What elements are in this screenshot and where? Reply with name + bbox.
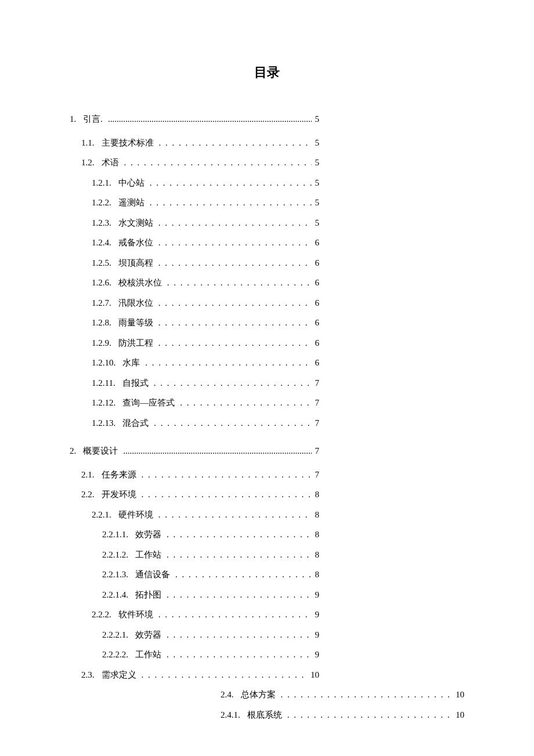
toc-entry: 2.2.2.软件环境9 bbox=[70, 605, 319, 625]
toc-entry-number: 1.2.6. bbox=[92, 273, 111, 293]
toc-leader-dots bbox=[180, 393, 311, 413]
toc-leader-dots bbox=[154, 413, 311, 433]
toc-entry-number: 2.2.1. bbox=[92, 505, 111, 525]
toc-entry-label: 工作站 bbox=[135, 645, 161, 665]
toc-entry-label: 主要技术标准 bbox=[102, 133, 154, 153]
toc-entry-label: 效劳器 bbox=[135, 525, 161, 545]
toc-entry-page: 8 bbox=[315, 545, 320, 565]
toc-entry-label: 汛限水位 bbox=[118, 293, 153, 313]
toc-entry-number: 1.2.3. bbox=[92, 213, 111, 233]
toc-entry: 1.2.术语5 bbox=[70, 153, 319, 173]
toc-entry-page: 6 bbox=[315, 233, 320, 253]
toc-entry-label: 总体方案 bbox=[241, 685, 276, 705]
toc-entry-page: 6 bbox=[315, 333, 320, 353]
toc-entry-number: 1. bbox=[70, 109, 76, 129]
toc-entry-page: 6 bbox=[315, 273, 320, 293]
toc-entry-label: 硬件环境 bbox=[118, 505, 153, 525]
toc-leader-dots bbox=[158, 333, 312, 353]
toc-entry: 2.4.1.根底系统10 bbox=[70, 705, 464, 725]
toc-entry: 2.2.2.2.工作站9 bbox=[70, 645, 319, 665]
toc-leader-dots bbox=[145, 353, 311, 373]
table-of-contents: 1.引言.51.1.主要技术标准51.2.术语51.2.1.中心站51.2.2.… bbox=[70, 109, 464, 725]
toc-entry: 2.概要设计7 bbox=[70, 441, 319, 461]
toc-entry-page: 6 bbox=[315, 293, 320, 313]
toc-entry-page: 10 bbox=[456, 705, 464, 725]
toc-entry-number: 1.2.13. bbox=[92, 413, 116, 433]
toc-entry-page: 9 bbox=[315, 645, 320, 665]
toc-entry-number: 2.2.1.3. bbox=[102, 565, 128, 585]
toc-leader-dots bbox=[108, 109, 312, 129]
toc-leader-dots bbox=[158, 605, 312, 625]
toc-entry-label: 混合式 bbox=[122, 413, 149, 433]
toc-entry-page: 7 bbox=[315, 373, 320, 393]
toc-leader-dots bbox=[167, 273, 312, 293]
toc-leader-dots bbox=[142, 465, 312, 485]
toc-leader-dots bbox=[158, 293, 312, 313]
toc-entry-number: 2.4.1. bbox=[221, 705, 240, 725]
toc-leader-dots bbox=[150, 193, 312, 213]
toc-entry: 1.2.7.汛限水位6 bbox=[70, 293, 319, 313]
toc-leader-dots bbox=[167, 585, 312, 605]
toc-entry-label: 术语 bbox=[102, 153, 119, 173]
toc-entry-label: 戒备水位 bbox=[118, 233, 153, 253]
toc-entry: 1.2.3.水文测站5 bbox=[70, 213, 319, 233]
toc-entry-number: 2.1. bbox=[81, 465, 95, 485]
toc-entry-number: 1.2.10. bbox=[92, 353, 116, 373]
toc-entry-number: 2.2.1.2. bbox=[102, 545, 128, 565]
toc-entry: 2.2.1.3.通信设备8 bbox=[70, 565, 319, 585]
toc-entry-page: 8 bbox=[315, 484, 320, 505]
toc-entry-page: 9 bbox=[315, 585, 320, 605]
toc-entry-number: 2.2.1.4. bbox=[102, 585, 128, 605]
toc-entry-page: 8 bbox=[315, 565, 320, 585]
toc-entry-page: 5 bbox=[315, 173, 320, 193]
toc-entry: 2.2.2.1.效劳器9 bbox=[70, 625, 319, 645]
toc-entry-page: 6 bbox=[315, 253, 320, 273]
toc-entry: 1.2.13.混合式7 bbox=[70, 413, 319, 433]
toc-entry: 1.2.11.自报式7 bbox=[70, 373, 319, 393]
toc-entry-label: 水文测站 bbox=[118, 213, 153, 233]
toc-entry-number: 1.2.11. bbox=[92, 373, 116, 393]
toc-entry-label: 中心站 bbox=[118, 173, 145, 193]
toc-entry-page: 10 bbox=[456, 685, 464, 705]
toc-entry-label: 水库 bbox=[122, 353, 140, 373]
toc-entry-page: 10 bbox=[311, 665, 319, 685]
toc-entry-label: 自报式 bbox=[122, 373, 149, 393]
toc-entry-number: 2.2. bbox=[81, 484, 95, 505]
toc-entry-label: 防洪工程 bbox=[118, 333, 153, 353]
toc-entry-page: 9 bbox=[315, 605, 320, 625]
toc-entry-label: 概要设计 bbox=[83, 441, 118, 461]
toc-entry-page: 5 bbox=[315, 213, 320, 233]
toc-leader-dots bbox=[158, 213, 312, 233]
toc-leader-dots bbox=[167, 525, 312, 545]
toc-entry-page: 6 bbox=[315, 313, 320, 333]
toc-entry-label: 雨量等级 bbox=[118, 313, 153, 333]
toc-entry-number: 1.2.9. bbox=[92, 333, 111, 353]
toc-entry-page: 5 bbox=[315, 193, 320, 213]
toc-entry-number: 1.2.12. bbox=[92, 393, 116, 413]
toc-entry-label: 拓扑图 bbox=[135, 585, 161, 605]
toc-leader-dots bbox=[281, 685, 453, 705]
toc-entry-number: 1.2.5. bbox=[92, 253, 111, 273]
toc-entry-label: 坝顶高程 bbox=[118, 253, 153, 273]
toc-entry-number: 2. bbox=[70, 441, 76, 461]
toc-entry-number: 1.2. bbox=[81, 153, 95, 173]
toc-leader-dots bbox=[154, 373, 312, 393]
toc-entry: 1.2.6.校核洪水位6 bbox=[70, 273, 319, 293]
toc-entry-label: 开发环境 bbox=[102, 484, 136, 505]
toc-entry: 2.3.需求定义10 bbox=[70, 665, 319, 685]
toc-entry: 1.2.4.戒备水位6 bbox=[70, 233, 319, 253]
toc-entry-page: 7 bbox=[315, 441, 320, 461]
toc-entry-label: 引言. bbox=[83, 109, 103, 129]
toc-entry-page: 7 bbox=[315, 393, 320, 413]
toc-entry-label: 遥测站 bbox=[118, 193, 145, 213]
toc-entry: 1.2.2.遥测站5 bbox=[70, 193, 319, 213]
toc-leader-dots bbox=[158, 233, 312, 253]
toc-entry-number: 2.2.2.1. bbox=[102, 625, 128, 645]
toc-entry-page: 5 bbox=[315, 133, 320, 153]
toc-entry-number: 1.2.4. bbox=[92, 233, 111, 253]
toc-entry-label: 效劳器 bbox=[135, 625, 161, 645]
toc-entry-page: 7 bbox=[315, 465, 320, 485]
toc-entry-number: 2.2.1.1. bbox=[102, 525, 128, 545]
toc-leader-dots bbox=[142, 484, 312, 505]
toc-entry: 1.2.8.雨量等级6 bbox=[70, 313, 319, 333]
